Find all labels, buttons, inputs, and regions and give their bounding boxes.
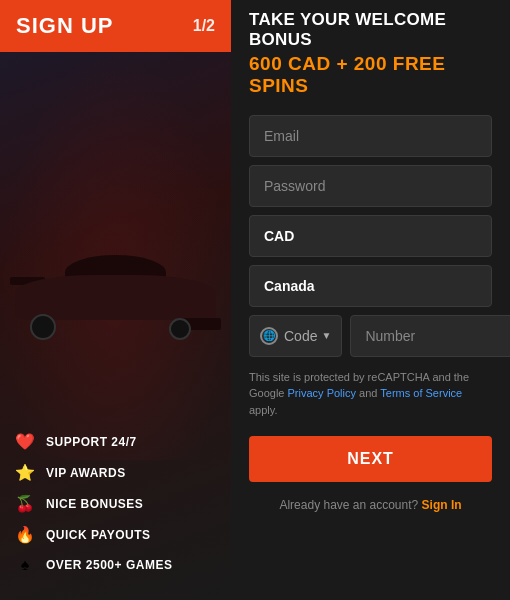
phone-code-selector[interactable]: 🌐 Code ▼ [249,315,342,357]
next-button[interactable]: NEXT [249,436,492,482]
right-panel: TAKE YOUR WELCOME BONUS 600 CAD + 200 FR… [231,0,510,600]
phone-number-field[interactable] [350,315,510,357]
feature-vip-label: VIP AWARDS [46,466,126,480]
car-shape [10,170,221,350]
front-right-wheel [169,318,191,340]
phone-code-inner: 🌐 Code [260,327,317,345]
step-indicator: 1/2 [193,17,215,35]
features-list: ❤️ SUPPORT 24/7 ⭐ VIP AWARDS 🍒 NICE BONU… [0,426,231,580]
recaptcha-notice: This site is protected by reCAPTCHA and … [249,369,492,419]
feature-payouts-label: QUICK PAYOUTS [46,528,151,542]
star-icon: ⭐ [14,463,36,482]
password-field[interactable] [249,165,492,207]
already-account: Already have an account? Sign In [249,498,492,512]
rear-left-wheel [30,314,56,340]
feature-bonuses: 🍒 NICE BONUSES [14,488,217,519]
feature-payouts: 🔥 QUICK PAYOUTS [14,519,217,550]
privacy-policy-link[interactable]: Privacy Policy [288,387,356,399]
welcome-title: TAKE YOUR WELCOME BONUS [249,10,492,51]
currency-selector[interactable]: CAD [249,215,492,257]
welcome-bonus: 600 CAD + 200 FREE SPINS [249,53,492,97]
feature-support-label: SUPPORT 24/7 [46,435,137,449]
sign-in-link[interactable]: Sign In [422,498,462,512]
chevron-down-icon: ▼ [321,330,331,341]
feature-support: ❤️ SUPPORT 24/7 [14,426,217,457]
signup-form: CAD Canada 🌐 Code ▼ This site is protect… [249,115,492,582]
cherry-icon: 🍒 [14,494,36,513]
left-panel: SIGN UP 1/2 ❤️ SUPPORT 24/7 ⭐ VIP AWARDS… [0,0,231,600]
phone-code-label: Code [284,328,317,344]
phone-row: 🌐 Code ▼ [249,315,492,357]
fire-icon: 🔥 [14,525,36,544]
spade-icon: ♠️ [14,556,36,574]
globe-icon: 🌐 [260,327,278,345]
feature-games: ♠️ OVER 2500+ GAMES [14,550,217,580]
already-account-text: Already have an account? [279,498,418,512]
signup-title: SIGN UP [16,13,113,39]
feature-vip: ⭐ VIP AWARDS [14,457,217,488]
email-field[interactable] [249,115,492,157]
feature-bonuses-label: NICE BONUSES [46,497,143,511]
terms-of-service-link[interactable]: Terms of Service [380,387,462,399]
country-selector[interactable]: Canada [249,265,492,307]
currency-value: CAD [264,228,294,244]
right-header: TAKE YOUR WELCOME BONUS 600 CAD + 200 FR… [249,0,492,105]
left-header: SIGN UP 1/2 [0,0,231,52]
recaptcha-and: and [356,387,380,399]
country-value: Canada [264,278,315,294]
feature-games-label: OVER 2500+ GAMES [46,558,172,572]
car-silhouette [0,50,231,460]
heart-icon: ❤️ [14,432,36,451]
recaptcha-text-after: apply. [249,404,278,416]
